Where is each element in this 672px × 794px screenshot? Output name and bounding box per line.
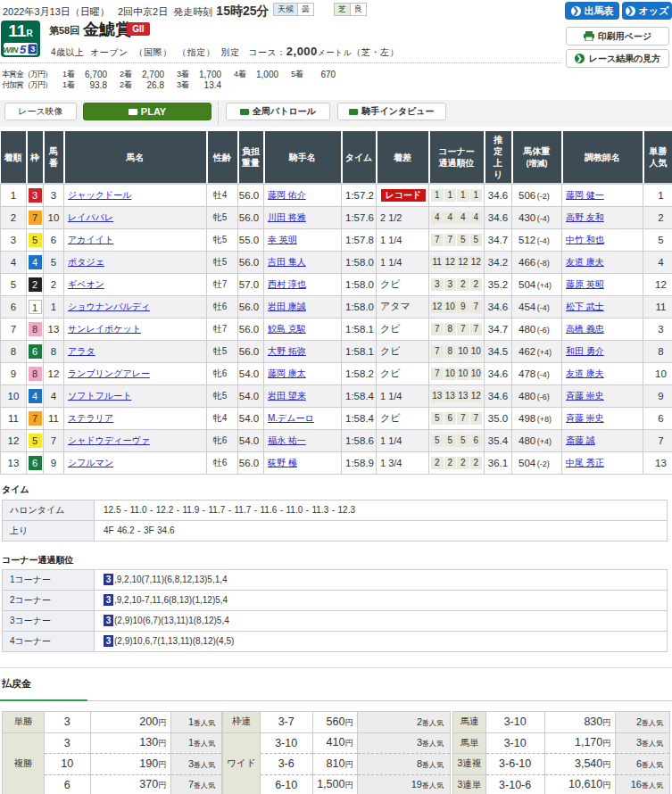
svg-text:WIN: WIN (4, 45, 20, 54)
svg-text:5: 5 (20, 44, 27, 54)
svg-text:3: 3 (30, 45, 35, 54)
